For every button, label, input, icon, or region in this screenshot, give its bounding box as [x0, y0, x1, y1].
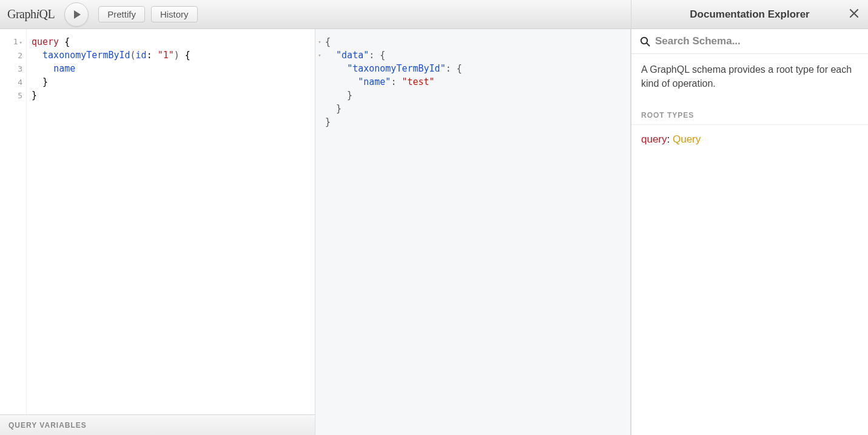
execute-button[interactable]	[64, 2, 89, 27]
prettify-button[interactable]: Prettify	[98, 6, 145, 22]
close-docs-button[interactable]	[849, 8, 860, 21]
history-button[interactable]: History	[151, 6, 198, 22]
query-code[interactable]: query { taxonomyTermById(id: "1") { name…	[27, 29, 195, 414]
query-variables-bar[interactable]: QUERY VARIABLES	[0, 414, 315, 435]
docs-search-input[interactable]	[655, 35, 860, 47]
docs-search-row	[631, 29, 868, 54]
result-pane: ▾ ▾ { "data": { "taxonomyTermById": { "n…	[315, 29, 631, 435]
root-type-link[interactable]: Query	[673, 133, 701, 145]
docs-section-header: ROOT TYPES	[631, 99, 868, 125]
query-editor[interactable]: 1▾ 2 3 4 5 query { taxonomyTermById(id: …	[0, 29, 315, 414]
close-icon	[849, 8, 860, 19]
svg-line-1	[647, 43, 650, 46]
result-code[interactable]: { "data": { "taxonomyTermById": { "name"…	[315, 29, 630, 135]
docs-explorer: Documentation Explorer A GraphQL schema …	[631, 0, 868, 435]
root-field-name: query	[641, 133, 667, 145]
play-icon	[74, 10, 81, 19]
line-gutter: 1▾ 2 3 4 5	[0, 29, 27, 414]
query-editor-pane: 1▾ 2 3 4 5 query { taxonomyTermById(id: …	[0, 29, 315, 435]
docs-description: A GraphQL schema provides a root type fo…	[631, 54, 868, 99]
logo: GraphiQL	[7, 7, 55, 21]
result-fold-gutter: ▾ ▾	[315, 35, 324, 62]
docs-root-entry[interactable]: query: Query	[631, 125, 868, 154]
search-icon	[640, 36, 650, 47]
docs-title: Documentation Explorer	[690, 8, 809, 21]
docs-title-bar: Documentation Explorer	[631, 0, 868, 29]
